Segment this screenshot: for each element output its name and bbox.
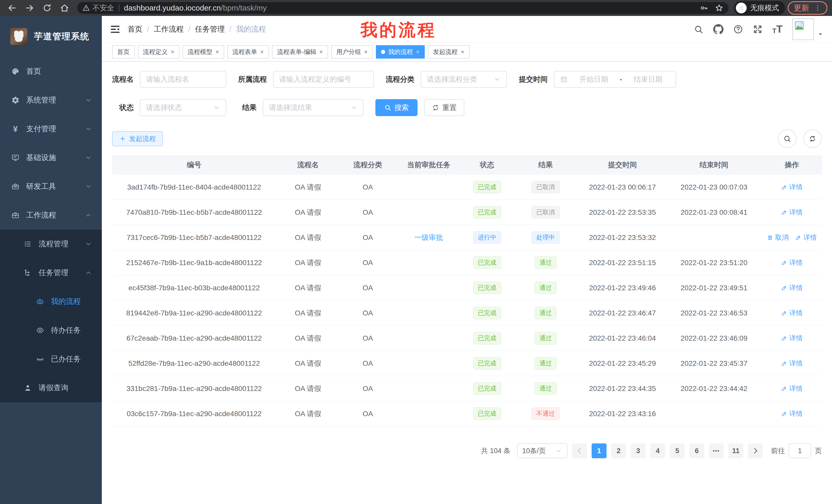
detail-link[interactable]: 详情 (781, 309, 803, 317)
detail-link[interactable]: 详情 (781, 359, 803, 368)
process-definition-label: 所属流程 (238, 75, 267, 84)
cell-actions: 详情 (762, 183, 822, 192)
detail-link[interactable]: 详情 (781, 283, 803, 292)
address-bar[interactable]: 不安全 dashboard.yudao.iocoder.cn/bpm/task/… (77, 2, 729, 14)
tab-label: 流程表单 (232, 48, 257, 56)
page-button-6[interactable]: 6 (689, 443, 704, 458)
browser-update-menu-button[interactable]: 更新 (788, 1, 827, 15)
app-title: 芋道管理系统 (34, 31, 89, 43)
breadcrumb-item-1[interactable]: 工作流程 (154, 24, 184, 34)
font-size-icon[interactable]: TT (772, 23, 783, 35)
star-icon[interactable] (715, 4, 724, 12)
detail-link[interactable]: 详情 (781, 183, 803, 192)
result-select[interactable]: 请选择流结果 (263, 99, 364, 116)
close-icon[interactable]: × (260, 48, 264, 55)
sidebar-item-9[interactable]: 待办任务 (0, 316, 102, 345)
task-link[interactable]: 一级审批 (414, 233, 443, 242)
sidebar-item-0[interactable]: 首页 (0, 57, 102, 86)
search-icon[interactable] (694, 24, 703, 34)
page-button-3[interactable]: 3 (631, 443, 646, 458)
submit-time-range-picker[interactable]: 开始日期 - 结束日期 (554, 71, 676, 88)
detail-link[interactable]: 详情 (781, 409, 803, 418)
cell-result: 处理中 (513, 231, 579, 244)
breadcrumb-item-2[interactable]: 任务管理 (195, 24, 225, 34)
reset-button[interactable]: 重置 (424, 99, 464, 116)
tag-tab-6[interactable]: 我的流程× (376, 45, 425, 59)
avatar[interactable] (792, 19, 814, 40)
tag-tab-0[interactable]: 首页 (112, 45, 135, 59)
breadcrumb-item-0[interactable]: 首页 (128, 24, 142, 34)
close-icon[interactable]: × (416, 48, 420, 55)
tag-tab-7[interactable]: 发起流程× (428, 45, 469, 59)
cell-submit-time: 2022-01-22 23:46:04 (579, 334, 666, 342)
table-search-toggle-button[interactable] (778, 130, 797, 148)
goto-page-input[interactable] (788, 443, 811, 458)
detail-link[interactable]: 详情 (781, 334, 803, 343)
next-page-button[interactable] (748, 443, 763, 458)
process-category-select[interactable]: 请选择流程分类 (421, 71, 507, 88)
search-button[interactable]: 搜索 (375, 99, 418, 116)
status-select[interactable]: 请选择状态 (140, 99, 226, 116)
cell-process-name: OA 请假 (276, 283, 340, 293)
detail-link[interactable]: 详情 (781, 208, 803, 217)
tag-tab-1[interactable]: 流程定义× (138, 45, 179, 59)
process-name-input-wrap (140, 71, 226, 88)
cell-result: 通过 (513, 256, 579, 269)
sidebar-item-1[interactable]: 系统管理 (0, 86, 102, 115)
cell-end-time: 2022-01-22 23:49:51 (666, 284, 762, 292)
detail-link[interactable]: 详情 (795, 233, 817, 242)
page-button-5[interactable]: 5 (670, 443, 685, 458)
close-icon[interactable]: × (319, 48, 323, 55)
prev-page-button[interactable] (572, 443, 587, 458)
status-badge: 进行中 (473, 231, 501, 244)
detail-link[interactable]: 详情 (781, 384, 803, 393)
close-icon[interactable]: × (215, 48, 219, 55)
result-badge: 处理中 (531, 231, 560, 244)
tab-label: 流程定义 (143, 48, 167, 56)
key-icon[interactable] (700, 4, 708, 12)
tag-tab-2[interactable]: 流程模型× (183, 45, 224, 59)
page-ellipsis[interactable]: ••• (709, 443, 724, 458)
sidebar-item-8[interactable]: 我的流程 (0, 287, 102, 316)
page-button-1[interactable]: 1 (592, 443, 606, 458)
sidebar-toggle-button[interactable] (110, 24, 120, 34)
page-button-4[interactable]: 4 (650, 443, 665, 458)
tab-label: 流程模型 (188, 48, 212, 56)
help-icon[interactable] (733, 24, 743, 34)
tag-tab-5[interactable]: 用户分组× (331, 45, 373, 59)
cell-id: ec45f38f-7b9a-11ec-b03b-acde48001122 (112, 284, 276, 292)
close-icon[interactable]: × (171, 48, 174, 55)
sidebar-item-4[interactable]: 研发工具 (0, 172, 102, 201)
sidebar-item-5[interactable]: 工作流程 (0, 201, 102, 230)
sidebar-item-10[interactable]: 已办任务 (0, 345, 102, 373)
filter-row-2: 状态 请选择状态 结果 请选择流结果 搜索 (112, 99, 822, 116)
tag-tab-4[interactable]: 流程表单-编辑× (272, 45, 328, 59)
browser-forward-button[interactable] (22, 2, 37, 15)
close-icon[interactable]: × (461, 48, 464, 55)
page-button-2[interactable]: 2 (611, 443, 626, 458)
create-process-button[interactable]: 发起流程 (112, 131, 163, 146)
table-refresh-button[interactable] (803, 130, 822, 148)
page-size-select[interactable]: 10条/页 (517, 443, 567, 458)
sidebar-item-2[interactable]: ¥ 支付管理 (0, 115, 102, 143)
chevron-down-icon (555, 447, 562, 454)
page-button-11[interactable]: 11 (728, 443, 743, 458)
tag-tab-3[interactable]: 流程表单× (227, 45, 269, 59)
browser-back-button[interactable] (5, 2, 20, 15)
sidebar-item-6[interactable]: 流程管理 (0, 230, 102, 258)
detail-link[interactable]: 详情 (781, 258, 803, 267)
cancel-link[interactable]: 取消 (767, 233, 788, 242)
sidebar-item-7[interactable]: 任务管理 (0, 258, 102, 287)
github-icon[interactable] (713, 24, 724, 34)
process-definition-input[interactable] (279, 75, 368, 83)
browser-reload-button[interactable] (40, 2, 54, 15)
caret-down-icon[interactable] (817, 31, 824, 37)
toolbox-icon (11, 183, 20, 191)
browser-home-button[interactable] (57, 2, 72, 15)
fullscreen-icon[interactable] (753, 24, 762, 34)
close-icon[interactable]: × (364, 48, 368, 55)
sidebar-item-3[interactable]: 基础设施 (0, 143, 102, 172)
process-name-input[interactable] (146, 75, 220, 83)
kebab-menu-icon[interactable] (814, 4, 822, 12)
sidebar-item-11[interactable]: 请假查询 (0, 373, 102, 402)
